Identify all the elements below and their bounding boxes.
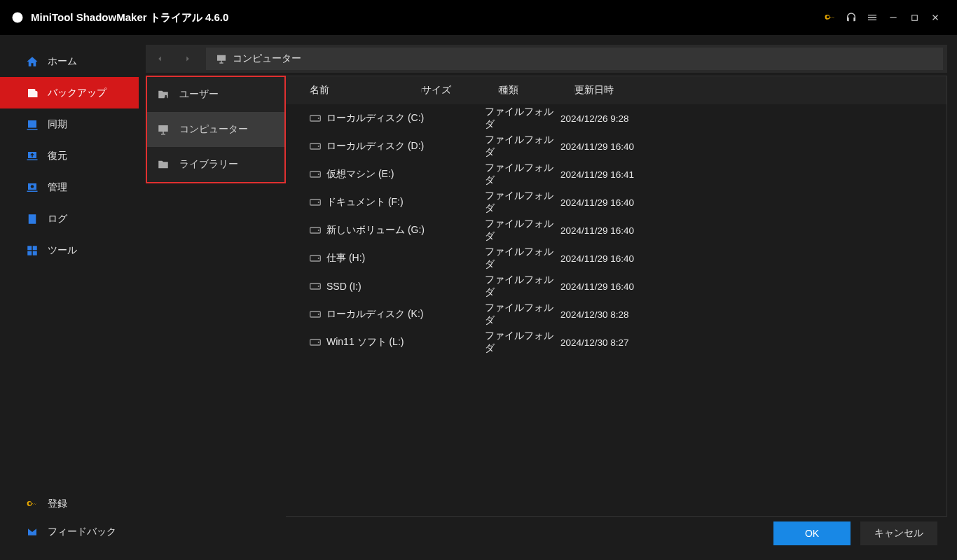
drive-type: ファイルフォルダ — [485, 190, 560, 215]
drive-icon — [310, 282, 321, 290]
tools-icon — [25, 244, 39, 257]
drive-type: ファイルフォルダ — [485, 246, 560, 271]
table-row[interactable]: ローカルディスク (D:)ファイルフォルダ2024/11/29 16:40 — [286, 132, 946, 160]
monitor-icon — [216, 53, 227, 64]
close-button[interactable] — [925, 7, 946, 28]
table-row[interactable]: SSD (I:)ファイルフォルダ2024/11/29 16:40 — [286, 272, 946, 300]
content-area: コンピューター ユーザー コンピューター — [139, 35, 957, 560]
sidebar-item-label: 管理 — [48, 181, 67, 194]
drive-type: ファイルフォルダ — [485, 274, 560, 299]
tree-item-library[interactable]: ライブラリー — [147, 147, 284, 182]
drive-name: Win11 ソフト (L:) — [310, 336, 485, 349]
nav-forward-button[interactable] — [174, 54, 202, 64]
key-icon — [25, 498, 39, 510]
mail-icon — [25, 526, 39, 538]
drive-name: 新しいボリューム (G:) — [310, 224, 485, 237]
backup-icon — [25, 87, 39, 99]
svg-rect-5 — [27, 251, 32, 255]
drive-name: ローカルディスク (K:) — [310, 308, 485, 321]
drive-date: 2024/12/30 8:27 — [560, 337, 701, 348]
drive-icon — [310, 198, 321, 206]
drive-date: 2024/11/29 16:40 — [560, 253, 701, 264]
drive-type: ファイルフォルダ — [485, 302, 560, 327]
sidebar-item-label: 同期 — [48, 118, 67, 131]
table-row[interactable]: ローカルディスク (K:)ファイルフォルダ2024/12/30 8:28 — [286, 300, 946, 328]
svg-point-9 — [318, 118, 319, 119]
menu-icon[interactable] — [862, 7, 883, 28]
sidebar-item-log[interactable]: ログ — [0, 203, 139, 234]
file-list: ローカルディスク (C:)ファイルフォルダ2024/12/26 9:28ローカル… — [286, 104, 946, 516]
table-row[interactable]: ローカルディスク (C:)ファイルフォルダ2024/12/26 9:28 — [286, 104, 946, 132]
title-bar: MiniTool ShadowMaker トライアル 4.6.0 — [0, 0, 957, 35]
table-row[interactable]: 仮想マシン (E:)ファイルフォルダ2024/11/29 16:41 — [286, 160, 946, 188]
cancel-button[interactable]: キャンセル — [860, 522, 937, 545]
svg-rect-3 — [27, 246, 32, 250]
sidebar-item-tools[interactable]: ツール — [0, 234, 139, 266]
drive-name: ドキュメント (F:) — [310, 196, 485, 209]
svg-point-25 — [318, 342, 319, 343]
tree-item-computer[interactable]: コンピューター — [147, 112, 284, 147]
license-key-icon[interactable] — [820, 7, 841, 28]
svg-rect-0 — [890, 17, 896, 18]
drive-date: 2024/11/29 16:40 — [560, 225, 701, 236]
drive-date: 2024/12/26 9:28 — [560, 113, 701, 124]
table-row[interactable]: 仕事 (H:)ファイルフォルダ2024/11/29 16:40 — [286, 244, 946, 272]
sidebar-item-label: 復元 — [48, 150, 67, 162]
table-row[interactable]: 新しいボリューム (G:)ファイルフォルダ2024/11/29 16:40 — [286, 216, 946, 244]
svg-point-7 — [165, 95, 167, 97]
sidebar-item-sync[interactable]: 同期 — [0, 108, 139, 140]
breadcrumb-computer[interactable]: コンピューター — [206, 48, 943, 70]
drive-name: 仕事 (H:) — [310, 252, 485, 265]
folder-user-icon — [156, 88, 171, 101]
drive-name: SSD (I:) — [310, 281, 485, 292]
sidebar-feedback[interactable]: フィードバック — [0, 518, 139, 546]
maximize-button[interactable] — [904, 7, 925, 28]
minimize-button[interactable] — [883, 7, 904, 28]
svg-point-17 — [318, 230, 319, 231]
file-panel: 名前 サイズ 種類 更新日時 ローカルディスク (C:)ファイルフォルダ2024… — [286, 76, 947, 517]
sidebar-item-restore[interactable]: 復元 — [0, 140, 139, 172]
table-row[interactable]: ドキュメント (F:)ファイルフォルダ2024/11/29 16:40 — [286, 188, 946, 216]
column-header-row: 名前 サイズ 種類 更新日時 — [286, 76, 946, 104]
drive-name: ローカルディスク (D:) — [310, 140, 485, 153]
sidebar-item-label: ログ — [48, 213, 67, 225]
drive-date: 2024/11/29 16:40 — [560, 141, 701, 152]
sidebar-item-manage[interactable]: 管理 — [0, 172, 139, 203]
drive-type: ファイルフォルダ — [485, 134, 560, 159]
sidebar-item-label: ツール — [48, 244, 77, 257]
drive-icon — [310, 338, 321, 346]
path-bar: コンピューター — [146, 45, 947, 73]
drive-icon — [310, 142, 321, 150]
drive-date: 2024/11/29 16:40 — [560, 197, 701, 208]
drive-icon — [310, 114, 321, 122]
headset-icon[interactable] — [841, 7, 862, 28]
sidebar-item-home[interactable]: ホーム — [0, 46, 139, 77]
svg-rect-4 — [33, 246, 37, 250]
drive-type: ファイルフォルダ — [485, 162, 560, 187]
ok-button[interactable]: OK — [773, 522, 851, 545]
folder-icon — [156, 158, 171, 171]
log-icon — [25, 213, 39, 225]
sidebar-item-backup[interactable]: バックアップ — [0, 77, 139, 108]
nav-back-button[interactable] — [146, 54, 174, 64]
svg-point-15 — [318, 202, 319, 203]
column-header-date[interactable]: 更新日時 — [574, 84, 687, 97]
sidebar-register[interactable]: 登録 — [0, 490, 139, 518]
column-header-size[interactable]: サイズ — [422, 84, 499, 97]
svg-point-2 — [31, 185, 34, 188]
column-header-type[interactable]: 種類 — [499, 84, 574, 97]
table-row[interactable]: Win11 ソフト (L:)ファイルフォルダ2024/12/30 8:27 — [286, 328, 946, 356]
drive-icon — [310, 226, 321, 234]
app-logo-icon — [11, 11, 24, 24]
tree-item-user[interactable]: ユーザー — [147, 77, 284, 112]
drive-type: ファイルフォルダ — [485, 218, 560, 243]
sidebar-item-label: ホーム — [48, 55, 77, 68]
home-icon — [25, 55, 39, 68]
column-header-name[interactable]: 名前 — [310, 84, 422, 97]
sidebar-item-label: バックアップ — [48, 87, 106, 99]
drive-date: 2024/11/29 16:41 — [560, 169, 701, 180]
drive-type: ファイルフォルダ — [485, 330, 560, 355]
svg-rect-1 — [911, 15, 917, 20]
svg-point-21 — [318, 286, 319, 287]
drive-icon — [310, 170, 321, 178]
